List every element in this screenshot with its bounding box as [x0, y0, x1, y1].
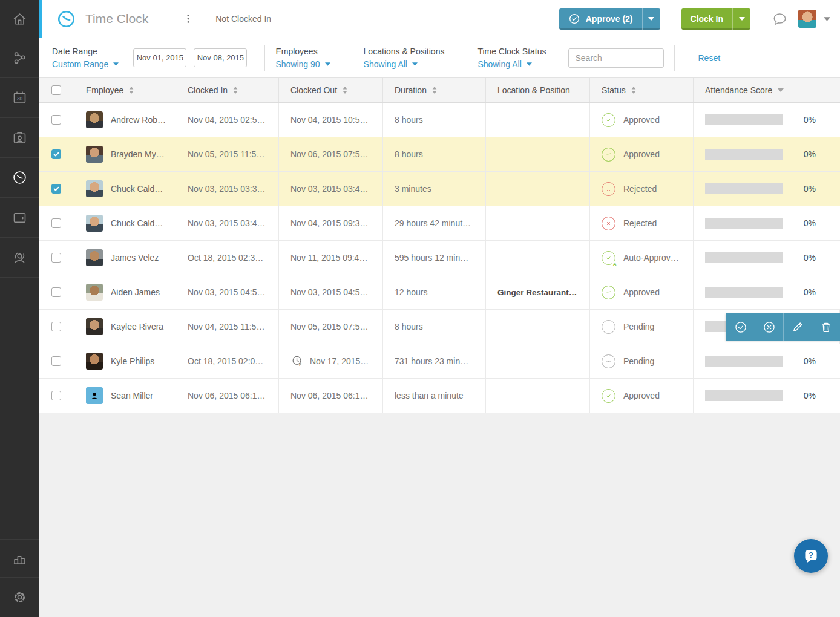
clock-in-button[interactable]: Clock In [681, 8, 750, 30]
column-header-employee[interactable]: Employee [74, 78, 176, 102]
employee-cell: Kyle Philips [74, 344, 176, 378]
top-bar: Time Clock Not Clocked In Approve (2) [39, 0, 840, 38]
sidebar-item-payroll[interactable] [0, 198, 39, 238]
row-checkbox-cell [39, 241, 74, 275]
locations-label: Locations & Positions [364, 47, 445, 56]
duration-cell: less than a minute [383, 379, 486, 413]
messages-icon[interactable] [772, 11, 788, 27]
column-header-status[interactable]: Status [590, 78, 694, 102]
sidebar-item-time-clock[interactable] [0, 158, 39, 198]
approve-action-button[interactable] [726, 313, 755, 341]
row-checkbox[interactable] [51, 253, 61, 263]
row-checkbox[interactable] [51, 184, 61, 194]
row-checkbox[interactable] [51, 149, 61, 159]
select-all-cell [39, 78, 74, 102]
reject-action-button[interactable] [755, 313, 783, 341]
row-checkbox-cell [39, 310, 74, 344]
table-row[interactable]: Kaylee Rivera Nov 04, 2015 11:5… Nov 05,… [39, 310, 840, 344]
clocked-out-cell: Nov 04, 2015 09:3… [279, 206, 383, 240]
clocked-in-value: Nov 03, 2015 04:5… [188, 287, 265, 297]
employee-name: James Velez [111, 253, 159, 263]
clocked-in-value: Nov 04, 2015 11:5… [188, 322, 264, 331]
divider [671, 6, 671, 31]
user-menu-caret-icon[interactable] [824, 17, 830, 21]
row-checkbox[interactable] [51, 287, 61, 297]
sidebar-item-settings[interactable] [0, 577, 39, 617]
locations-value: Showing All [364, 59, 407, 69]
row-checkbox[interactable] [51, 322, 61, 331]
start-date-input[interactable] [133, 48, 186, 67]
attendance-score-bar [705, 287, 783, 298]
clocked-out-value: Nov 04, 2015 09:3… [290, 218, 368, 228]
row-checkbox[interactable] [51, 218, 61, 228]
employee-avatar [86, 353, 103, 370]
select-all-checkbox[interactable] [51, 85, 61, 95]
row-checkbox[interactable] [51, 391, 61, 400]
gear-icon [11, 589, 28, 606]
attendance-cell: 0% [694, 275, 840, 309]
user-avatar[interactable] [798, 10, 816, 28]
status-icon [602, 182, 615, 196]
employee-avatar [86, 249, 103, 266]
column-header-duration[interactable]: Duration [383, 78, 486, 102]
clock-in-button-main[interactable]: Clock In [681, 8, 732, 30]
employees-label: Employees [275, 47, 330, 56]
sidebar-item-schedule[interactable]: 30 [0, 78, 39, 118]
duration-value: 3 minutes [395, 184, 431, 194]
sidebar-item-reports[interactable] [0, 539, 39, 577]
reset-filters-link[interactable]: Reset [698, 53, 721, 63]
status-label: Approved [623, 149, 660, 159]
table-row[interactable]: Chuck Cald… Nov 03, 2015 03:4… Nov 04, 2… [39, 206, 840, 241]
svg-text:?: ? [809, 550, 813, 560]
date-range-select[interactable]: Custom Range [52, 59, 119, 69]
divider [205, 6, 205, 31]
table-row[interactable]: Kyle Philips Oct 18, 2015 02:0… F Nov 17… [39, 344, 840, 379]
table-row[interactable]: Brayden My… Nov 05, 2015 11:5… Nov 06, 2… [39, 137, 840, 172]
delete-action-button[interactable] [812, 313, 840, 341]
edit-action-button[interactable] [783, 313, 812, 341]
column-label: Employee [86, 85, 123, 95]
approve-button-main[interactable]: Approve (2) [559, 8, 642, 30]
status-icon [602, 389, 615, 403]
duration-value: 12 hours [395, 287, 427, 297]
status-cell: Pending [590, 310, 694, 344]
chevron-down-icon [412, 62, 418, 66]
clocked-in-cell: Nov 04, 2015 11:5… [176, 310, 279, 344]
sidebar-item-roster[interactable] [0, 118, 39, 158]
help-button[interactable]: ? [794, 539, 828, 573]
sidebar-item-home[interactable] [0, 0, 39, 38]
svg-text:F: F [299, 362, 301, 367]
row-checkbox[interactable] [51, 115, 61, 125]
table-row[interactable]: Chuck Cald… Nov 03, 2015 03:3… Nov 03, 2… [39, 172, 840, 206]
status-label: Auto-Approv… [623, 253, 679, 263]
end-date-input[interactable] [194, 48, 247, 67]
approve-dropdown-button[interactable] [642, 8, 660, 30]
table-row[interactable]: Aiden James Nov 03, 2015 04:5… Nov 03, 2… [39, 275, 840, 310]
employees-select[interactable]: Showing 90 [275, 59, 330, 69]
sidebar-item-staff[interactable] [0, 238, 39, 278]
duration-value: 8 hours [395, 115, 423, 125]
search-input[interactable] [568, 48, 664, 68]
row-actions-toolbar [726, 313, 840, 341]
clocked-in-cell: Oct 18, 2015 02:3… [176, 241, 279, 275]
employee-avatar [86, 111, 103, 128]
row-checkbox[interactable] [51, 356, 61, 366]
kebab-menu-icon[interactable] [182, 13, 194, 25]
duration-cell: 3 minutes [383, 172, 486, 206]
wallet-icon [11, 209, 28, 226]
column-header-clocked-out[interactable]: Clocked Out [279, 78, 383, 102]
sort-icon [343, 87, 347, 94]
sidebar-item-org[interactable] [0, 38, 39, 78]
column-header-clocked-in[interactable]: Clocked In [176, 78, 279, 102]
clock-in-dropdown-button[interactable] [732, 8, 750, 30]
attendance-score-bar [705, 149, 783, 160]
approve-button[interactable]: Approve (2) [559, 8, 660, 30]
column-header-attendance-score[interactable]: Attendance Score [694, 78, 840, 102]
clock-status-text: Not Clocked In [215, 14, 271, 24]
status-cell: Approved [590, 137, 694, 171]
locations-select[interactable]: Showing All [364, 59, 445, 69]
clock-status-select[interactable]: Showing All [477, 59, 546, 69]
table-row[interactable]: Andrew Rob… Nov 04, 2015 02:5… Nov 04, 2… [39, 103, 840, 137]
table-row[interactable]: James Velez Oct 18, 2015 02:3… Nov 11, 2… [39, 241, 840, 275]
table-row[interactable]: Sean Miller Nov 06, 2015 06:1… Nov 06, 2… [39, 379, 840, 413]
